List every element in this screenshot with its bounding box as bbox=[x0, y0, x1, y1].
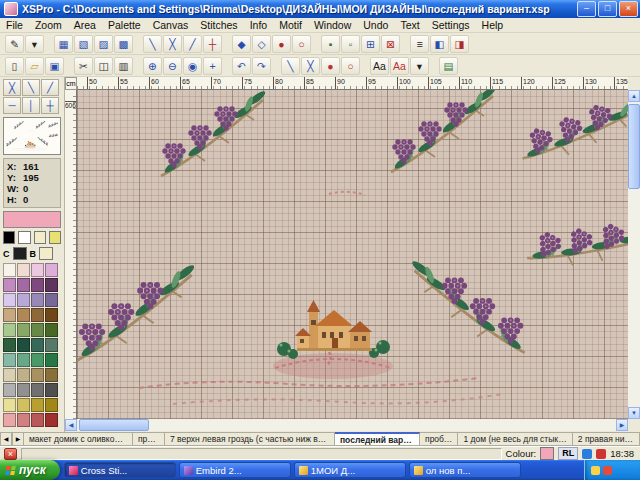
palette-swatch[interactable] bbox=[3, 323, 16, 337]
vertical-stitch-tool[interactable]: │ bbox=[22, 97, 40, 114]
zoom-actual[interactable]: ◉ bbox=[183, 57, 202, 75]
rows-tool[interactable]: ≡ bbox=[410, 35, 429, 53]
knot-tool[interactable]: ○ bbox=[292, 35, 311, 53]
horizontal-scrollbar[interactable]: ◀ ▶ bbox=[65, 419, 628, 431]
taskbar-task[interactable]: 1МОИ Д... bbox=[294, 462, 406, 478]
minimize-button[interactable]: – bbox=[577, 1, 596, 17]
cross-stitch[interactable]: ╳ bbox=[163, 35, 182, 53]
cut[interactable]: ✂ bbox=[74, 57, 93, 75]
pan-tool[interactable]: + bbox=[203, 57, 222, 75]
menu-item[interactable]: Undo bbox=[357, 19, 394, 31]
palette-swatch[interactable] bbox=[45, 308, 58, 322]
pattern-preview[interactable] bbox=[3, 117, 61, 155]
palette-swatch[interactable] bbox=[31, 323, 44, 337]
palette-swatch[interactable] bbox=[31, 368, 44, 382]
palette-swatch[interactable] bbox=[31, 293, 44, 307]
copy[interactable]: ◫ bbox=[94, 57, 113, 75]
font-dropdown[interactable]: ▾ bbox=[410, 57, 429, 75]
palette-swatch[interactable] bbox=[3, 278, 16, 292]
palette-swatch[interactable] bbox=[3, 293, 16, 307]
undo-button[interactable]: ↶ bbox=[232, 57, 251, 75]
palette-swatch[interactable] bbox=[3, 398, 16, 412]
palette-swatch[interactable] bbox=[17, 368, 30, 382]
palette-swatch[interactable] bbox=[31, 278, 44, 292]
tray-icon[interactable] bbox=[603, 466, 612, 475]
open-file[interactable]: ▱ bbox=[25, 57, 44, 75]
pencil-dropdown[interactable]: ▾ bbox=[25, 35, 44, 53]
menu-item[interactable]: Stitches bbox=[194, 19, 243, 31]
redo-button[interactable]: ↷ bbox=[252, 57, 271, 75]
white-swatch[interactable] bbox=[18, 231, 30, 244]
palette-swatch[interactable] bbox=[45, 263, 58, 277]
palette-swatch[interactable] bbox=[31, 398, 44, 412]
menu-item[interactable]: File bbox=[0, 19, 29, 31]
palette-swatch[interactable] bbox=[3, 338, 16, 352]
quarter-stitch-grid[interactable]: ▨ bbox=[94, 35, 113, 53]
add-stitch[interactable]: ┼ bbox=[203, 35, 222, 53]
text-tool[interactable]: Aa bbox=[370, 57, 389, 75]
cross-mode[interactable]: ╳ bbox=[301, 57, 320, 75]
palette-swatch[interactable] bbox=[3, 308, 16, 322]
menu-item[interactable]: Area bbox=[68, 19, 102, 31]
horizontal-scroll-track[interactable] bbox=[77, 419, 616, 431]
document-tab[interactable]: 7 верхн левая гроздь (с частью ниж ветки… bbox=[165, 432, 335, 446]
quarter-stitch-tool[interactable]: ╱ bbox=[41, 79, 59, 96]
pencil-tool[interactable]: ✎ bbox=[5, 35, 24, 53]
half-stitch-grid[interactable]: ▧ bbox=[74, 35, 93, 53]
palette-swatch[interactable] bbox=[45, 383, 58, 397]
menu-item[interactable]: Zoom bbox=[29, 19, 68, 31]
cross-stitch-tool[interactable]: ╳ bbox=[3, 79, 21, 96]
b-swatch[interactable] bbox=[39, 247, 53, 260]
small-outline-tool[interactable]: ▫ bbox=[341, 35, 360, 53]
yellow-swatch[interactable] bbox=[49, 231, 61, 244]
palette-swatch[interactable] bbox=[45, 398, 58, 412]
status-colour-swatch[interactable] bbox=[540, 447, 554, 460]
small-square-tool[interactable]: ▪ bbox=[321, 35, 340, 53]
menu-item[interactable]: Settings bbox=[426, 19, 476, 31]
circle-outline-tool[interactable]: ○ bbox=[341, 57, 360, 75]
vertical-scroll-track[interactable] bbox=[628, 102, 640, 407]
text-colour-tool[interactable]: Aa bbox=[390, 57, 409, 75]
palette-swatch[interactable] bbox=[17, 383, 30, 397]
menu-item[interactable]: Canvas bbox=[147, 19, 195, 31]
palette-swatch[interactable] bbox=[3, 368, 16, 382]
palette-swatch[interactable] bbox=[45, 323, 58, 337]
tray-icon[interactable] bbox=[591, 466, 600, 475]
palette-swatch[interactable] bbox=[45, 353, 58, 367]
menu-item[interactable]: Text bbox=[394, 19, 425, 31]
palette-swatch[interactable] bbox=[17, 293, 30, 307]
taskbar-task[interactable]: Cross Sti... bbox=[64, 462, 176, 478]
palette-swatch[interactable] bbox=[45, 413, 58, 427]
palette-swatch[interactable] bbox=[45, 368, 58, 382]
grid-plus-tool[interactable]: ⊞ bbox=[361, 35, 380, 53]
half-stitch-tool[interactable]: ╲ bbox=[22, 79, 40, 96]
zoom-in[interactable]: ⊕ bbox=[143, 57, 162, 75]
document-tab[interactable]: 2 правая ниж гр bbox=[573, 432, 640, 446]
palette-swatch[interactable] bbox=[17, 323, 30, 337]
vertical-scroll-thumb[interactable] bbox=[628, 104, 640, 189]
palette-swatch[interactable] bbox=[3, 383, 16, 397]
tabs-scroll-right[interactable]: ▶ bbox=[12, 432, 24, 446]
palette-swatch[interactable] bbox=[17, 398, 30, 412]
scroll-down-button[interactable]: ▼ bbox=[628, 407, 640, 419]
backstitch-tool[interactable]: ─ bbox=[3, 97, 21, 114]
current-colour-swatch[interactable] bbox=[3, 211, 61, 228]
backstitch-line[interactable]: ╲ bbox=[143, 35, 162, 53]
scroll-right-button[interactable]: ▶ bbox=[616, 419, 628, 431]
save-file[interactable]: ▣ bbox=[45, 57, 64, 75]
document-tab[interactable]: макет домик с оливковками bbox=[24, 432, 133, 446]
document-tab[interactable]: проба bbox=[133, 432, 165, 446]
taskbar-task[interactable]: ол нов п... bbox=[409, 462, 521, 478]
half-right-tool[interactable]: ◨ bbox=[450, 35, 469, 53]
backstitch-mode[interactable]: ╲ bbox=[281, 57, 300, 75]
maximize-button[interactable]: □ bbox=[598, 1, 617, 17]
palette-swatch[interactable] bbox=[31, 383, 44, 397]
bead-red-tool[interactable]: ● bbox=[321, 57, 340, 75]
close-palette-button[interactable]: × bbox=[4, 448, 17, 460]
zoom-out[interactable]: ⊖ bbox=[163, 57, 182, 75]
scroll-left-button[interactable]: ◀ bbox=[65, 419, 77, 431]
tray-status-icon[interactable] bbox=[582, 449, 592, 459]
palette-swatch[interactable] bbox=[17, 353, 30, 367]
palette-swatch[interactable] bbox=[17, 338, 30, 352]
palette-swatch[interactable] bbox=[17, 278, 30, 292]
